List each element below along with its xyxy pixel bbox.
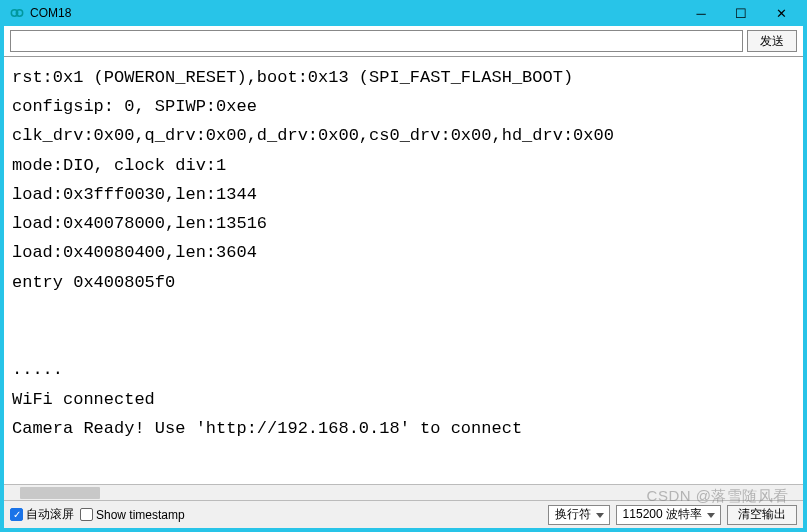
serial-console: rst:0x1 (POWERON_RESET),boot:0x13 (SPI_F… xyxy=(4,57,803,484)
timestamp-label: Show timestamp xyxy=(96,508,185,522)
autoscroll-checkbox[interactable]: ✓ 自动滚屏 xyxy=(10,506,74,523)
bottombar: ✓ 自动滚屏 Show timestamp 换行符 115200 波特率 清空输… xyxy=(4,500,803,528)
clear-button[interactable]: 清空输出 xyxy=(727,505,797,525)
maximize-button[interactable]: ☐ xyxy=(721,2,761,24)
titlebar: COM18 ─ ☐ ✕ xyxy=(4,0,803,26)
input-row: 发送 xyxy=(4,26,803,57)
close-button[interactable]: ✕ xyxy=(761,2,801,24)
send-button[interactable]: 发送 xyxy=(747,30,797,52)
scroll-thumb[interactable] xyxy=(20,487,100,499)
autoscroll-label: 自动滚屏 xyxy=(26,506,74,523)
check-icon xyxy=(80,508,93,521)
line-ending-value: 换行符 xyxy=(555,506,591,523)
check-icon: ✓ xyxy=(10,508,23,521)
window-title: COM18 xyxy=(30,6,681,20)
arduino-icon xyxy=(10,6,24,20)
baud-dropdown[interactable]: 115200 波特率 xyxy=(616,505,721,525)
horizontal-scrollbar[interactable] xyxy=(4,484,803,500)
baud-value: 115200 波特率 xyxy=(623,506,702,523)
timestamp-checkbox[interactable]: Show timestamp xyxy=(80,508,185,522)
line-ending-dropdown[interactable]: 换行符 xyxy=(548,505,610,525)
minimize-button[interactable]: ─ xyxy=(681,2,721,24)
serial-input[interactable] xyxy=(10,30,743,52)
